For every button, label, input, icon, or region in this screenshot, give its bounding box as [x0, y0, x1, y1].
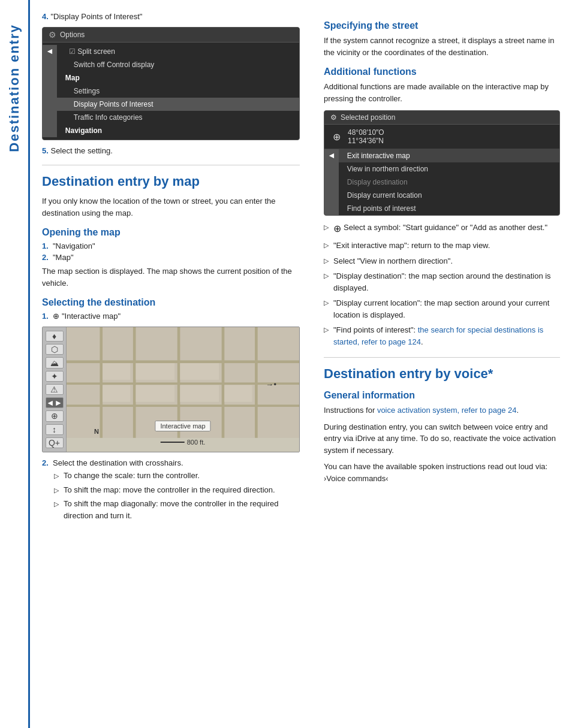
step-2-text: "Map" [53, 253, 74, 262]
selecting-dest-num: 1. [42, 312, 53, 321]
selecting-dest-icon: ⊕ [53, 312, 59, 321]
step-5-num: 5. [42, 146, 49, 155]
selecting-dest-sub-bullets: To change the scale: turn the controller… [42, 470, 300, 521]
bullet-6-link: the search for special destinations is s… [333, 325, 543, 346]
svg-rect-5 [133, 327, 136, 438]
specifying-street-text: If the system cannot recognize a street,… [324, 35, 560, 58]
opening-map-heading: Opening the map [42, 227, 300, 238]
selecting-dest-heading: Selecting the destination [42, 297, 300, 308]
additional-functions-heading: Additional functions [324, 67, 560, 77]
sel-pos-icon: ⚙ [330, 113, 337, 122]
sel-pos-view-north[interactable]: View in northern direction [339, 162, 559, 176]
map-ctrl-zoom-in[interactable]: ⛰ [46, 357, 64, 368]
sub-bullet-2: To shift the map: move the controller in… [54, 484, 300, 496]
step-2-text-sel: Select the destination with crosshairs. [53, 458, 183, 467]
map-ctrl-nav[interactable]: ◄► [46, 397, 64, 408]
bullet-4-text: "Display destination": the map section a… [333, 270, 560, 294]
sel-pos-menu: Exit interactive map View in northern di… [339, 149, 559, 215]
map-ui-box: ♦ ⬡ ⛰ ✦ ⚠ ◄► ⊕ ↕ Q+ 12:54 [42, 327, 300, 452]
sel-pos-coords-icon: ⊕ [333, 131, 341, 143]
menu-item-switch-off[interactable]: Switch off Control display [57, 58, 299, 71]
map-interactive-label: Interactive map [155, 421, 210, 431]
bullet-3-text: Select "View in northern direction". [333, 255, 453, 267]
bullet-5: "Display current location": the map sect… [324, 297, 560, 321]
menu-item-settings[interactable]: Settings [57, 84, 299, 98]
svg-rect-7 [222, 327, 225, 438]
sel-pos-find-poi[interactable]: Find points of interest [339, 202, 559, 215]
map-left-controls: ♦ ⬡ ⛰ ✦ ⚠ ◄► ⊕ ↕ Q+ [43, 327, 67, 452]
step-4: 4. "Display Points of Interest" [42, 12, 300, 21]
options-icon: ⚙ [49, 30, 56, 40]
map-ctrl-compass[interactable]: ♦ [46, 331, 64, 342]
sel-pos-exit-map[interactable]: Exit interactive map [339, 149, 559, 162]
svg-rect-14 [180, 385, 219, 402]
opening-map-step-1: 1. "Navigation" [42, 241, 300, 250]
bullet-1: ⊕ Select a symbol: "Start guidance" or "… [324, 222, 560, 236]
options-titlebar: ⚙ Options [43, 28, 299, 43]
opening-map-step-2: 2. "Map" [42, 253, 300, 262]
map-ctrl-poi[interactable]: ⊕ [46, 410, 64, 421]
map-ctrl-extra[interactable]: Q+ [46, 437, 64, 448]
svg-rect-12 [103, 385, 130, 402]
svg-rect-15 [224, 385, 252, 402]
bullet-3: Select "View in northern direction". [324, 255, 560, 267]
step-5: 5. Select the setting. [42, 146, 300, 155]
bullet-4: "Display destination": the map section a… [324, 270, 560, 294]
map-ctrl-star[interactable]: ✦ [46, 371, 64, 382]
options-title: Options [60, 31, 85, 39]
sel-pos-coord1: 48°08′10″O 11°34′36″N [348, 128, 384, 145]
sel-pos-titlebar: ⚙ Selected position [324, 111, 559, 125]
map-ctrl-scale[interactable]: ↕ [46, 424, 64, 435]
sel-pos-nav-arrow[interactable]: ◄ [324, 149, 339, 215]
opening-map-desc: The map section is displayed. The map sh… [42, 265, 300, 289]
specifying-street-heading: Specifying the street [324, 20, 560, 31]
sel-pos-display-current[interactable]: Display current location [339, 189, 559, 202]
general-info-text-3: You can have the available spoken instru… [324, 461, 560, 484]
map-scale-text: 800 ft. [187, 439, 206, 446]
svg-rect-9 [103, 363, 130, 380]
dest-by-voice-heading: Destination entry by voice* [324, 357, 560, 382]
svg-rect-10 [136, 363, 174, 380]
step-2-num: 2. [42, 253, 53, 262]
sub-bullet-3: To shift the map diagonally: move the co… [54, 498, 300, 521]
right-col-bullets: ⊕ Select a symbol: "Start guidance" or "… [324, 222, 560, 348]
bullet-5-text: "Display current location": the map sect… [333, 297, 560, 321]
right-column: Specifying the street If the system cann… [312, 0, 572, 728]
general-info-heading: General information [324, 390, 560, 401]
bullet-1-icon: ⊕ [333, 222, 341, 236]
sel-pos-display-dest: Display destination [339, 176, 559, 189]
map-scale-bar [161, 442, 185, 443]
sidebar-label: Destination entry [7, 24, 22, 152]
menu-item-traffic[interactable]: Traffic Info categories [57, 111, 299, 124]
map-compass: N [94, 428, 99, 435]
svg-rect-13 [136, 385, 174, 402]
selecting-dest-step-1: 1. ⊕ "Interactive map" [42, 312, 300, 321]
dest-entry-by-map-intro: If you only know the location of the tow… [42, 195, 300, 219]
menu-item-display-poi[interactable]: Display Points of Interest [57, 98, 299, 111]
svg-text:→•: →• [266, 380, 277, 389]
options-menu: ◄ Split screen Switch off Control displa… [43, 43, 299, 140]
map-area: 12:54 [67, 327, 299, 452]
step-5-text: Select the setting. [50, 146, 112, 155]
selecting-dest-step-2: 2. Select the destination with crosshair… [42, 458, 300, 467]
selecting-dest-text: "Interactive map" [62, 312, 121, 321]
bullet-6: "Find points of interest": the search fo… [324, 324, 560, 348]
selected-position-box: ⚙ Selected position ⊕ 48°08′10″O 11°34′3… [324, 110, 560, 216]
general-info-link: voice activation system, refer to page 2… [377, 406, 517, 415]
general-info-text-2: During destination entry, you can switch… [324, 421, 560, 457]
map-ctrl-route[interactable]: ⬡ [46, 344, 64, 355]
menu-item-navigation[interactable]: Navigation [57, 124, 299, 137]
menu-item-split-screen[interactable]: Split screen [57, 45, 299, 58]
bullet-1-text: Select a symbol: "Start guidance" or "Ad… [344, 222, 547, 234]
svg-rect-11 [180, 363, 219, 380]
bullet-6-text: "Find points of interest": the search fo… [333, 324, 560, 348]
menu-item-map[interactable]: Map [57, 71, 299, 84]
sidebar: Destination entry [0, 0, 30, 728]
left-column: 4. "Display Points of Interest" ⚙ Option… [30, 0, 312, 728]
map-ctrl-warning[interactable]: ⚠ [46, 384, 64, 395]
nav-arrow-left[interactable]: ◄ [43, 45, 57, 137]
options-ui-box: ⚙ Options ◄ Split screen Switch off Cont… [42, 27, 300, 140]
step-2-num-sel: 2. [42, 458, 53, 467]
step-1-text: "Navigation" [53, 241, 95, 250]
sel-pos-title: Selected position [341, 113, 395, 122]
